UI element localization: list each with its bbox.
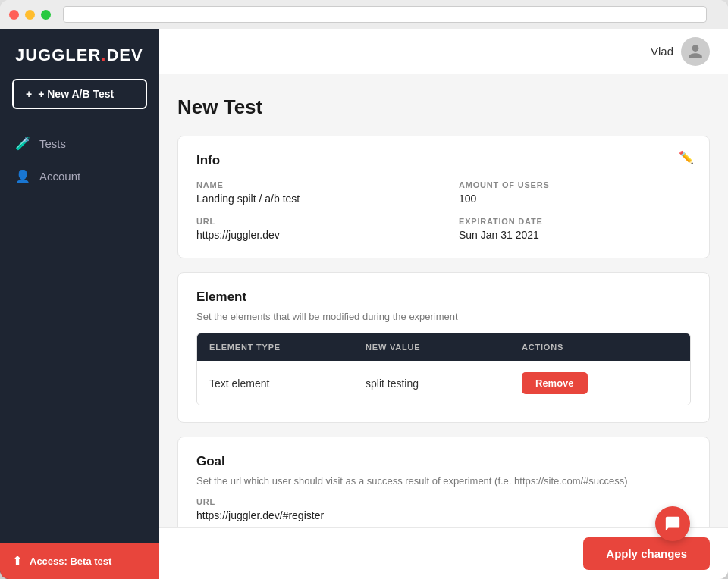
chat-fab-button[interactable]	[655, 506, 690, 541]
edit-icon[interactable]: ✏️	[679, 150, 694, 164]
amount-field: AMOUNT OF USERS 100	[459, 180, 691, 205]
col-actions: ACTIONS	[522, 343, 678, 352]
name-field: NAME Landing spilt / a/b test	[196, 180, 428, 205]
expiration-field: EXPIRATION DATE Sun Jan 31 2021	[459, 217, 691, 241]
new-value-cell: split testing	[366, 377, 522, 390]
new-test-label: + New A/B Test	[38, 88, 114, 100]
amount-value: 100	[459, 192, 691, 205]
element-type-cell: Text element	[209, 377, 366, 390]
name-value: Landing spilt / a/b test	[196, 192, 428, 205]
sidebar-footer-label: Access: Beta test	[30, 556, 111, 567]
close-button[interactable]	[9, 10, 19, 20]
page-title: New Test	[177, 95, 710, 119]
header: Vlad	[159, 29, 728, 74]
content-wrapper: Vlad New Test Info ✏️ NAME Landing spilt…	[159, 29, 728, 579]
url-label: URL	[196, 217, 428, 226]
access-icon: ⬆	[12, 554, 22, 568]
apply-changes-button[interactable]: Apply changes	[583, 537, 710, 570]
plus-icon: +	[26, 88, 32, 100]
sidebar-item-tests-label: Tests	[39, 137, 66, 150]
element-card-title: Element	[196, 290, 691, 305]
footer-bar: Apply changes	[159, 527, 728, 579]
title-bar	[0, 0, 728, 29]
info-grid: NAME Landing spilt / a/b test AMOUNT OF …	[196, 180, 691, 241]
table-header: ELEMENT TYPE NEW VALUE ACTIONS	[197, 333, 690, 361]
minimize-button[interactable]	[25, 10, 35, 20]
traffic-lights	[9, 10, 51, 20]
sidebar-item-account[interactable]: 👤 Account	[0, 160, 159, 192]
logo-dot: .	[101, 45, 106, 64]
goal-card: Goal Set the url which user should visit…	[177, 437, 710, 527]
sidebar-item-tests[interactable]: 🧪 Tests	[0, 127, 159, 160]
goal-card-title: Goal	[196, 454, 691, 469]
account-icon: 👤	[15, 169, 30, 183]
element-subtitle: Set the elements that will be modified d…	[196, 311, 691, 322]
sidebar-item-account-label: Account	[39, 170, 80, 183]
table-row: Text element split testing Remove	[197, 361, 690, 405]
expiration-label: EXPIRATION DATE	[459, 217, 691, 226]
col-element-type: ELEMENT TYPE	[209, 343, 366, 352]
sidebar-nav: 🧪 Tests 👤 Account	[0, 127, 159, 543]
maximize-button[interactable]	[41, 10, 51, 20]
actions-cell: Remove	[522, 372, 678, 394]
url-bar[interactable]	[63, 6, 707, 23]
info-card-title: Info	[196, 153, 691, 168]
avatar	[681, 37, 710, 66]
goal-url-value: https://juggler.dev/#register	[196, 509, 691, 521]
sidebar: JUGGLER.DEV + + New A/B Test 🧪 Tests 👤 A…	[0, 29, 159, 579]
tests-icon: 🧪	[15, 136, 30, 151]
url-value: https://juggler.dev	[196, 229, 428, 241]
user-info: Vlad	[651, 37, 710, 66]
info-card: Info ✏️ NAME Landing spilt / a/b test AM…	[177, 136, 710, 258]
username: Vlad	[651, 45, 673, 58]
amount-label: AMOUNT OF USERS	[459, 180, 691, 189]
expiration-value: Sun Jan 31 2021	[459, 229, 691, 241]
url-field: URL https://juggler.dev	[196, 217, 428, 241]
logo: JUGGLER.DEV	[0, 29, 159, 79]
col-new-value: NEW VALUE	[366, 343, 522, 352]
main-content: New Test Info ✏️ NAME Landing spilt / a/…	[159, 74, 728, 527]
goal-url-label: URL	[196, 497, 691, 506]
goal-subtitle: Set the url which user should visit as a…	[196, 475, 691, 487]
remove-button[interactable]: Remove	[522, 372, 588, 394]
name-label: NAME	[196, 180, 428, 189]
new-test-button[interactable]: + + New A/B Test	[12, 79, 147, 109]
element-card: Element Set the elements that will be mo…	[177, 272, 710, 423]
element-table: ELEMENT TYPE NEW VALUE ACTIONS Text elem…	[196, 333, 691, 405]
sidebar-footer: ⬆ Access: Beta test	[0, 543, 159, 579]
